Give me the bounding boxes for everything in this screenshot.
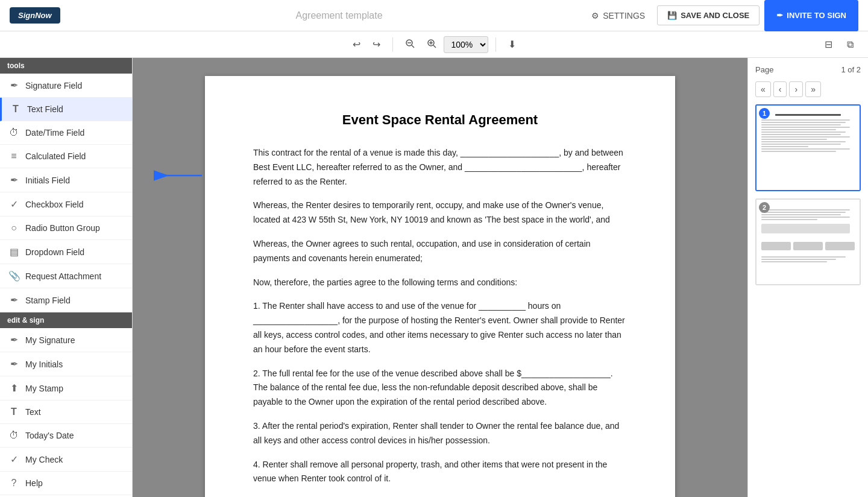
- sidebar-item-calculated-field[interactable]: ≡ Calculated Field: [0, 145, 132, 168]
- save-close-button[interactable]: 💾 SAVE AND CLOSE: [657, 5, 760, 25]
- page-thumbnail-1[interactable]: 1: [755, 104, 861, 191]
- gear-icon: ⚙: [591, 11, 599, 21]
- document-title: Agreement template: [94, 10, 584, 21]
- text-es-icon: T: [8, 407, 19, 417]
- arrow-indicator: [151, 169, 205, 182]
- paragraph-6: 2. The full rental fee for the use of th…: [253, 367, 627, 410]
- check-icon: ✓: [8, 454, 19, 465]
- svg-line-4: [433, 45, 436, 48]
- svg-line-1: [412, 45, 414, 48]
- sidebar-item-signature-field[interactable]: ✒ Signature Field: [0, 74, 132, 98]
- sidebar-item-stamp-field[interactable]: ✒ Stamp Field: [0, 288, 132, 312]
- document: Event Space Rental Agreement This contra…: [205, 76, 675, 497]
- my-stamp-icon: ⬆: [8, 382, 19, 394]
- page-thumbnail-2[interactable]: 2: [755, 198, 861, 285]
- right-panel: Page 1 of 2 « ‹ › » 1: [747, 58, 868, 497]
- radio-icon: ○: [8, 223, 19, 233]
- sidebar-item-request-attachment[interactable]: 📎 Request Attachment: [0, 264, 132, 288]
- next-page-button[interactable]: ›: [789, 81, 803, 97]
- content-area: Event Space Rental Agreement This contra…: [133, 58, 747, 497]
- toolbar: ↩ ↪ 100% 75% 125% 150% ⬇ ⊟: [0, 31, 868, 58]
- attachment-icon: 📎: [8, 270, 19, 282]
- sidebar-item-my-initials[interactable]: ✒ My Initials: [0, 352, 132, 376]
- tools-section-header: tools: [0, 58, 132, 74]
- sidebar-item-help[interactable]: ? Help: [0, 472, 132, 495]
- logo: SignNow: [10, 7, 60, 24]
- text-icon: T: [10, 104, 21, 115]
- sidebar-item-initials-field[interactable]: ✒ Initials Field: [0, 168, 132, 192]
- document-body: This contract for the rental of a venue …: [253, 146, 627, 486]
- undo-button[interactable]: ↩: [348, 35, 365, 54]
- sidebar-item-my-stamp[interactable]: ⬆ My Stamp: [0, 376, 132, 400]
- page-nav-controls: « ‹ › »: [755, 81, 861, 97]
- page-number-1: 1: [759, 108, 770, 119]
- redo-button[interactable]: ↪: [368, 35, 385, 54]
- sidebar-item-text-field[interactable]: T Text Field: [0, 98, 132, 121]
- zoom-out-button[interactable]: [400, 35, 420, 54]
- sidebar-item-my-signature[interactable]: ✒ My Signature: [0, 328, 132, 352]
- save-icon: 💾: [667, 11, 677, 20]
- toolbar-right: ⊟ ⧉: [820, 35, 858, 54]
- initials-icon: ✒: [8, 174, 19, 186]
- thumb-content-1: [756, 106, 860, 190]
- paragraph-8: 4. Renter shall remove all personal prop…: [253, 458, 627, 487]
- sidebar-item-checkbox-field[interactable]: ✓ Checkbox Field: [0, 192, 132, 217]
- paragraph-1: This contract for the rental of a venue …: [253, 146, 627, 189]
- my-signature-icon: ✒: [8, 334, 19, 346]
- copy-button[interactable]: ⧉: [842, 35, 858, 54]
- prev-page-button[interactable]: ‹: [773, 81, 787, 97]
- sidebar-item-radio-button-group[interactable]: ○ Radio Button Group: [0, 217, 132, 240]
- sidebar-item-todays-date[interactable]: ⏱ Today's Date: [0, 424, 132, 448]
- header: SignNow Agreement template ⚙ SETTINGS 💾 …: [0, 0, 868, 31]
- settings-button[interactable]: ⚙ SETTINGS: [584, 7, 652, 24]
- my-initials-icon: ✒: [8, 358, 19, 370]
- clock-icon: ⏱: [8, 127, 19, 138]
- help-icon: ?: [8, 478, 19, 489]
- first-page-button[interactable]: «: [755, 81, 771, 97]
- sidebar-item-my-check[interactable]: ✓ My Check: [0, 448, 132, 472]
- paragraph-7: 3. After the rental period's expiration,…: [253, 419, 627, 448]
- dropdown-icon: ▤: [8, 246, 19, 258]
- header-actions: ⚙ SETTINGS 💾 SAVE AND CLOSE ✒ INVITE TO …: [584, 0, 858, 31]
- document-container: Event Space Rental Agreement This contra…: [205, 76, 675, 479]
- download-button[interactable]: ⬇: [503, 35, 521, 54]
- page-nav-header: Page 1 of 2: [755, 65, 861, 74]
- invite-to-sign-button[interactable]: ✒ INVITE TO SIGN: [764, 0, 858, 31]
- pen-icon: ✒: [776, 11, 783, 20]
- sidebar-item-text[interactable]: T Text: [0, 400, 132, 424]
- paragraph-5: 1. The Renter shall have access to and u…: [253, 299, 627, 356]
- paragraph-2: Whereas, the Renter desires to temporari…: [253, 198, 627, 227]
- sidebar: tools ✒ Signature Field T Text Field ⏱ D…: [0, 58, 133, 497]
- page-number-2: 2: [759, 202, 770, 213]
- view-toggle-button[interactable]: ⊟: [820, 35, 837, 54]
- last-page-button[interactable]: »: [805, 81, 821, 97]
- sidebar-item-datetime-field[interactable]: ⏱ Date/Time Field: [0, 121, 132, 145]
- thumb-content-2: [756, 200, 860, 284]
- paragraph-3: Whereas, the Owner agrees to such rental…: [253, 237, 627, 266]
- stamp-icon: ✒: [8, 294, 19, 306]
- zoom-select[interactable]: 100% 75% 125% 150%: [444, 36, 488, 53]
- zoom-controls: 100% 75% 125% 150%: [400, 35, 488, 54]
- edit-sign-section-header: Edit & Sign: [0, 312, 132, 328]
- document-title-text: Event Space Rental Agreement: [253, 112, 627, 128]
- zoom-in-button[interactable]: [422, 35, 441, 54]
- sidebar-item-dropdown-field[interactable]: ▤ Dropdown Field: [0, 240, 132, 264]
- logo-area: SignNow: [10, 7, 94, 24]
- toolbar-divider-2: [495, 37, 496, 52]
- calc-icon: ≡: [8, 151, 19, 162]
- main-layout: tools ✒ Signature Field T Text Field ⏱ D…: [0, 58, 868, 497]
- paragraph-4: Now, therefore, the parties agree to the…: [253, 276, 627, 290]
- date-icon: ⏱: [8, 430, 19, 441]
- history-controls: ↩ ↪: [348, 35, 385, 54]
- toolbar-divider-1: [392, 37, 393, 52]
- signature-icon: ✒: [8, 80, 19, 91]
- checkbox-icon: ✓: [8, 198, 19, 210]
